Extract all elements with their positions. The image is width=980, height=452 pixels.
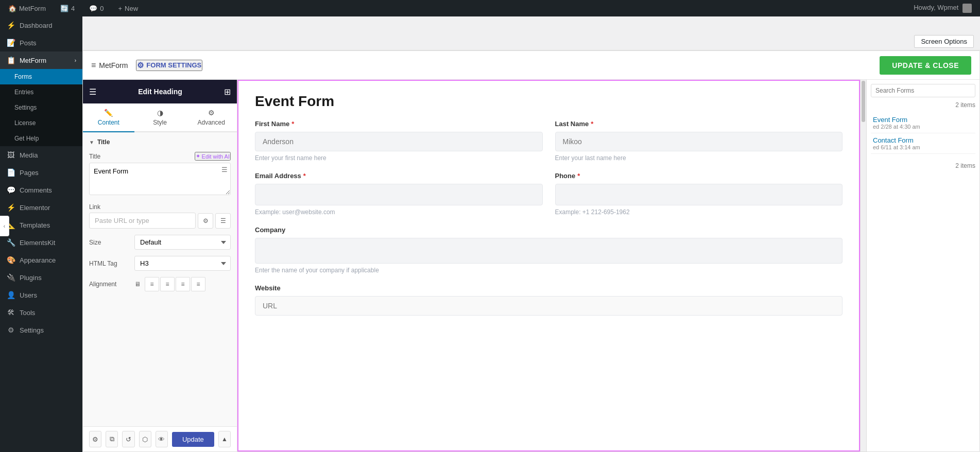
form-field-lastname: Last Name * Enter your last name here [555,120,843,162]
sidebar-item-dashboard[interactable]: ⚡ Dashboard [0,16,82,34]
title-section: ▼ Title Title ✦ Edit with AI [89,138,231,291]
sidebar-item-forms[interactable]: Forms [0,69,82,84]
align-left-btn[interactable]: ≡ [145,277,159,291]
lastname-label: Last Name * [555,120,843,128]
sidebar-label-pages: Pages [20,169,39,177]
left-panel: ☰ Edit Heading ⊞ ✏️ Content ◑ Style [83,80,237,451]
avatar [962,4,972,13]
panel-title: Edit Heading [138,88,182,96]
sidebar-item-entries[interactable]: Entries [0,84,82,100]
form-field-phone: Phone * Example: +1 212-695-1962 [555,172,843,216]
html-tag-select[interactable]: H1 H2 H3 H4 H5 H6 div span p [134,256,231,271]
phone-input[interactable] [555,184,843,205]
canvas-area: Event Form First Name * [237,80,866,451]
email-required: * [303,172,306,180]
ai-icon: ✦ [196,153,200,160]
sidebar-label-elementor: Elementor [20,204,50,212]
footer-preview-btn[interactable]: 👁 [156,431,168,447]
footer-settings-btn[interactable]: ⚙ [89,431,101,447]
phone-label: Phone * [555,172,843,180]
size-label: Size [89,239,130,246]
lastname-input[interactable] [555,132,843,151]
forms-count-bottom: 2 items [871,162,975,169]
tab-style[interactable]: ◑ Style [134,103,186,132]
sidebar-item-gethelp[interactable]: Get Help [0,131,82,146]
website-input[interactable] [255,296,843,316]
sidebar-item-elementor[interactable]: ⚡ Elementor [0,199,82,216]
adminbar-site[interactable]: 🏠 MetForm [4,0,50,16]
form-field-email: Email Address * Example: user@website.co… [255,172,543,216]
sidebar-item-media[interactable]: 🖼 Media [0,146,82,164]
align-center-btn[interactable]: ≡ [160,277,175,291]
company-hint: Enter the name of your company if applic… [255,267,843,274]
section-header-title[interactable]: ▼ Title [89,138,231,146]
adminbar-comments[interactable]: 💬 0 [85,0,108,16]
update-button[interactable]: Update [172,432,214,447]
title-field-row: Title ✦ Edit with AI Event Form ☰ [89,152,231,197]
plus-icon: + [118,5,122,12]
tab-content[interactable]: ✏️ Content [83,103,134,132]
sidebar-item-elementskit[interactable]: 🔧 ElementsKit [0,234,82,251]
adminbar-site-name: MetForm [19,5,46,12]
company-label: Company [255,226,843,234]
size-select[interactable]: Default Small Medium Large XL XXL [134,235,231,250]
advanced-tab-label: Advanced [197,119,225,126]
adminbar-new-label: New [125,5,138,12]
link-input[interactable] [89,213,196,229]
align-right-btn[interactable]: ≡ [176,277,190,291]
panel-footer: ⚙ ⧉ ↺ ⬡ 👁 Update ▲ [83,426,237,451]
textarea-icon-btn[interactable]: ☰ [221,166,228,173]
panel-grid-icon[interactable]: ⊞ [224,87,231,97]
email-input[interactable] [255,184,543,205]
settings-icon: ⚙ [6,325,15,335]
link-field-row: Link ⚙ ☰ [89,203,231,229]
firstname-hint: Enter your first name here [255,154,543,162]
sidebar-item-metform[interactable]: 📋 MetForm › [0,51,82,69]
link-field-label: Link [89,203,231,211]
form-list-item-2-meta: ed 6/11 at 3:14 am [873,144,973,150]
company-input[interactable] [255,238,843,264]
sidebar-item-license[interactable]: License [0,115,82,131]
collapse-button[interactable]: ▲ [218,431,231,447]
forms-search-input[interactable] [871,84,975,97]
align-justify-btn[interactable]: ≡ [191,277,205,291]
size-select-row: Size Default Small Medium Large XL XXL [89,235,231,250]
sidebar-submenu-metform: Forms Entries Settings License Get Help [0,69,82,146]
sidebar-item-appearance[interactable]: 🎨 Appearance [0,251,82,269]
firstname-required: * [291,120,294,128]
tab-advanced[interactable]: ⚙ Advanced [185,103,237,132]
sidebar-item-settings[interactable]: Settings [0,100,82,115]
section-arrow-title: ▼ [89,140,94,145]
link-settings-btn[interactable]: ⚙ [198,213,213,229]
form-row-3: Company Enter the name of your company i… [255,226,843,274]
title-textarea[interactable]: Event Form [89,163,231,195]
sidebar-item-pages[interactable]: 📄 Pages [0,164,82,181]
link-list-btn[interactable]: ☰ [215,213,231,229]
email-label: Email Address * [255,172,543,180]
pages-icon: 📄 [6,168,15,177]
sidebar-label-plugins: Plugins [20,274,42,282]
adminbar-comments-count: 0 [100,5,104,12]
sidebar-item-plugins[interactable]: 🔌 Plugins [0,269,82,286]
sidebar-item-comments[interactable]: 💬 Comments [0,181,82,199]
footer-layers-btn[interactable]: ⧉ [106,431,118,447]
adminbar-updates-count: 4 [71,5,75,12]
sidebar-item-tools[interactable]: 🛠 Tools [0,304,82,321]
form-list-item-2-title[interactable]: Contact Form [873,136,973,144]
footer-history-btn[interactable]: ↺ [122,431,134,447]
edit-ai-button[interactable]: ✦ Edit with AI [195,152,231,161]
sidebar-item-templates[interactable]: 📐 Templates [0,216,82,234]
form-list-item-1-title[interactable]: Event Form [873,116,973,124]
update-close-button[interactable]: UPDATE & CLOSE [880,56,971,75]
panel-menu-icon[interactable]: ☰ [89,87,96,97]
canvas-scrollbar[interactable] [860,80,866,451]
form-settings-button[interactable]: ⚙ FORM SETTINGS [136,60,202,71]
sidebar-item-settings2[interactable]: ⚙ Settings [0,321,82,339]
adminbar-new[interactable]: + New [114,0,142,16]
screen-options-button[interactable]: Screen Options [914,35,974,48]
footer-responsive-btn[interactable]: ⬡ [139,431,151,447]
firstname-input[interactable] [255,132,543,151]
sidebar-item-users[interactable]: 👤 Users [0,286,82,304]
sidebar-item-posts[interactable]: 📝 Posts [0,34,82,51]
adminbar-updates[interactable]: 🔄 4 [56,0,79,16]
